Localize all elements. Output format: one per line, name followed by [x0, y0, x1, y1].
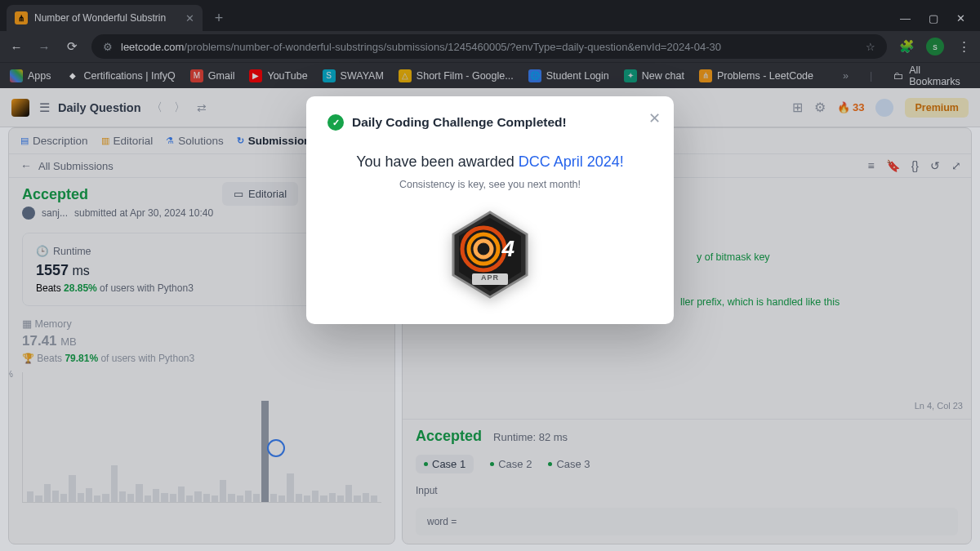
submitter-name[interactable]: sanj...	[42, 207, 68, 219]
url-field[interactable]: ⚙ leetcode.com/problems/number-of-wonder…	[91, 34, 887, 59]
bookmark-newchat[interactable]: ✦New chat	[624, 69, 684, 82]
problem-list-icon[interactable]: ☰	[39, 100, 50, 115]
bookmarks-overflow-icon[interactable]: »	[843, 70, 849, 82]
fire-icon: 🔥	[837, 101, 850, 113]
trophy-icon: 🏆	[22, 353, 34, 364]
reload-icon[interactable]: ⟳	[64, 39, 80, 54]
doc-icon: ▤	[20, 136, 29, 146]
profile-avatar[interactable]: s	[926, 38, 944, 56]
award-link[interactable]: DCC April 2024!	[519, 153, 624, 170]
flask-icon: ⚗	[166, 136, 174, 146]
user-position-marker	[267, 439, 285, 457]
bookmark-studentlogin[interactable]: 🌐Student Login	[528, 69, 609, 82]
result-runtime: Runtime: 82 ms	[493, 431, 568, 443]
modal-subtitle: Consistency is key, see you next month!	[327, 179, 653, 190]
chip-icon: ▦	[22, 318, 32, 330]
address-bar: ← → ⟳ ⚙ leetcode.com/problems/number-of-…	[0, 31, 980, 62]
browser-tab-strip: ⋔ Number of Wonderful Substrin ✕ + ― ▢ ✕	[0, 0, 980, 31]
runtime-chart: 10% 5% 0%	[22, 372, 381, 503]
tab-description[interactable]: ▤Description	[20, 135, 88, 147]
case-2-tab[interactable]: Case 2	[490, 458, 532, 470]
url-host: leetcode.com	[121, 41, 184, 53]
modal-title: Daily Coding Challenge Completed!	[352, 115, 567, 130]
book-icon: ▥	[101, 136, 109, 146]
browser-tab[interactable]: ⋔ Number of Wonderful Substrin ✕	[7, 5, 203, 31]
cursor-position: Ln 4, Col 23	[915, 398, 963, 414]
leetcode-logo-icon[interactable]	[11, 99, 29, 117]
bookmark-gmail[interactable]: MGmail	[190, 69, 235, 82]
url-path: /problems/number-of-wonderful-substrings…	[184, 41, 721, 53]
tab-submissions[interactable]: ↻Submissions	[237, 135, 317, 147]
history-icon: ↻	[237, 136, 244, 146]
new-tab-button[interactable]: +	[207, 7, 230, 29]
streak-counter[interactable]: 🔥33	[837, 101, 864, 113]
bookmark-icon[interactable]: 🔖	[886, 159, 900, 172]
premium-button[interactable]: Premium	[905, 98, 969, 118]
close-modal-icon[interactable]: ✕	[648, 109, 661, 127]
braces-icon[interactable]: {}	[911, 159, 919, 172]
tab-solutions[interactable]: ⚗Solutions	[166, 135, 224, 147]
check-circle-icon: ✓	[327, 114, 344, 131]
bookmark-swayam[interactable]: SSWAYAM	[323, 69, 384, 82]
input-label: Input	[416, 485, 958, 496]
test-result-panel: Accepted Runtime: 82 ms Case 1 Case 2 Ca…	[403, 419, 971, 544]
case-1-tab[interactable]: Case 1	[416, 455, 474, 473]
clock-icon: 🕒	[36, 245, 49, 257]
chrome-menu-icon[interactable]: ⋮	[956, 39, 972, 54]
bookmarks-bar: Apps ◆Certifications | InfyQ MGmail ▶You…	[0, 62, 980, 88]
close-tab-icon[interactable]: ✕	[185, 12, 194, 24]
format-icon[interactable]: ≡	[867, 159, 874, 172]
leetcode-favicon: ⋔	[15, 11, 28, 24]
back-arrow-icon[interactable]: ←	[20, 159, 32, 172]
submitted-at: submitted at Apr 30, 2024 10:40	[74, 207, 213, 219]
tab-title: Number of Wonderful Substrin	[34, 12, 179, 24]
apps-button[interactable]: Apps	[10, 69, 51, 82]
dcc-completed-modal: ✕ ✓ Daily Coding Challenge Completed! Yo…	[306, 96, 674, 324]
result-verdict: Accepted	[416, 428, 482, 445]
window-maximize-icon[interactable]: ▢	[929, 12, 938, 24]
case-3-tab[interactable]: Case 3	[548, 458, 590, 470]
bookmark-infyq[interactable]: ◆Certifications | InfyQ	[66, 69, 176, 82]
site-settings-icon[interactable]: ⚙	[103, 41, 113, 53]
settings-icon[interactable]: ⚙	[814, 100, 826, 115]
bookmark-youtube[interactable]: ▶YouTube	[249, 69, 307, 82]
star-icon[interactable]: ☆	[866, 41, 875, 53]
all-bookmarks-button[interactable]: 🗀All Bookmarks	[893, 64, 970, 87]
forward-icon[interactable]: →	[36, 40, 52, 54]
reset-icon[interactable]: ↺	[930, 159, 940, 172]
window-close-icon[interactable]: ✕	[956, 12, 965, 24]
layout-icon[interactable]: ⊞	[792, 100, 803, 115]
window-minimize-icon[interactable]: ―	[900, 12, 911, 24]
prev-question-icon[interactable]: 〈	[149, 100, 164, 115]
daily-question-label[interactable]: Daily Question	[58, 101, 141, 114]
tab-editorial[interactable]: ▥Editorial	[101, 135, 154, 147]
shuffle-icon[interactable]: ⇄	[195, 101, 208, 114]
extensions-icon[interactable]: 🧩	[898, 39, 915, 54]
fullscreen-icon[interactable]: ⤢	[951, 159, 961, 172]
user-avatar[interactable]	[875, 99, 893, 117]
bookmark-leetcode[interactable]: ⋔Problems - LeetCode	[699, 69, 813, 82]
back-icon[interactable]: ←	[8, 40, 24, 54]
dcc-badge: 4 APR	[449, 210, 531, 300]
memory-block: ▦ Memory 17.41 MB 🏆 Beats 79.81% of user…	[22, 318, 381, 364]
editorial-button[interactable]: ▭Editorial	[222, 182, 298, 206]
book-open-icon: ▭	[234, 188, 243, 200]
bookmark-shortfilm[interactable]: △Short Film - Google...	[399, 69, 514, 82]
submitter-avatar[interactable]	[22, 207, 35, 220]
next-question-icon[interactable]: 〉	[172, 100, 187, 115]
all-submissions-link[interactable]: All Submissions	[38, 160, 114, 172]
input-box: word =	[416, 508, 958, 535]
